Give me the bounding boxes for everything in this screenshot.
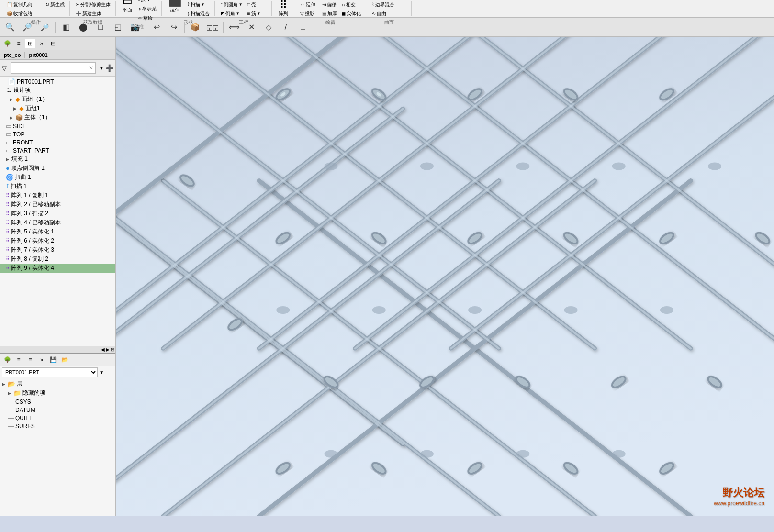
btn-panel-collapse[interactable]: ⊟ xyxy=(48,39,58,48)
btn-rib[interactable]: ≡ 筋 ▼ xyxy=(246,10,269,18)
shape-row: ⬛ 拉伸 ↻ 旋转 ⤴ 扫描 ▼ ⤵ 扫描混合 xyxy=(166,0,212,18)
btn-mirror-view[interactable]: ⟺ xyxy=(226,20,242,35)
bottom-model-select[interactable]: PRT0001.PRT xyxy=(2,367,98,377)
btn-round[interactable]: ◜ 倒圆角 ▼ xyxy=(219,0,245,9)
btn-shrink-wrap[interactable]: 📦 收缩包络 xyxy=(5,10,43,18)
btn-plane[interactable]: ▭ 平面 xyxy=(120,0,135,15)
tree-item-array1[interactable]: ⠿ 阵列 1 / 复制 1 xyxy=(0,191,115,200)
tree-item-array5[interactable]: ⠿ 阵列 5 / 实体化 1 xyxy=(0,227,115,236)
tree-item-twist1[interactable]: 🌀 扭曲 1 xyxy=(0,173,115,182)
col-header-1: ptc_co xyxy=(0,52,25,58)
watermark: 野火论坛 www.proewildfire.cn xyxy=(714,486,764,507)
btn-zoom-in[interactable]: 🔎 xyxy=(19,20,35,35)
layer-item-hidden[interactable]: ▶ 📁 隐藏的项 xyxy=(0,388,115,398)
btn-extend[interactable]: ↔ 延伸 xyxy=(298,0,319,9)
btn-shell[interactable]: □ 壳 xyxy=(246,0,269,9)
btn-bottom-list1[interactable]: ≡ xyxy=(13,355,24,365)
hscroll-expand[interactable]: ⊟ xyxy=(111,347,114,352)
tree-item-vertex-chamfer[interactable]: ● 顶点倒圆角 1 xyxy=(0,164,115,173)
layer-item-surfs[interactable]: — SURFS xyxy=(0,422,115,430)
btn-view-3d-box[interactable]: 📦 xyxy=(187,20,203,35)
btn-array[interactable]: ⠿ 阵列 xyxy=(276,0,291,19)
btn-zoom-out[interactable]: 🔎 xyxy=(36,20,53,35)
btn-view-iso[interactable]: ◱ xyxy=(110,20,126,35)
tree-item-array3[interactable]: ⠿ 阵列 3 / 扫描 2 xyxy=(0,209,115,218)
tree-item-face1[interactable]: ▶ ◆ 面组1 xyxy=(0,104,115,113)
btn-sweep[interactable]: ⤴ 扫描 ▼ xyxy=(185,0,212,9)
btn-undo-view[interactable]: ↩ xyxy=(148,20,165,35)
btn-sweep-blend[interactable]: ⤵ 扫描混合 xyxy=(185,10,212,18)
search-bar: ✕ xyxy=(11,62,96,74)
tree-item-array2[interactable]: ⠿ 阵列 2 / 已移动副本 xyxy=(0,200,115,209)
bottom-select-arrow[interactable]: ▼ xyxy=(99,370,104,375)
layer-item-csys[interactable]: — CSYS xyxy=(0,398,115,406)
left-panel-bottom: 🌳 ≡ ≡ » 💾 📂 PRT0001.PRT ▼ ▶ 📂 xyxy=(0,354,115,516)
btn-copy-geometry[interactable]: 📋 复制几何 xyxy=(5,0,43,9)
btn-new-body[interactable]: ➕ 新建主体 xyxy=(74,10,112,18)
btn-bottom-save[interactable]: 💾 xyxy=(48,355,58,365)
filter-add[interactable]: ➕ xyxy=(105,64,113,72)
btn-point[interactable]: • 点 ▼ xyxy=(136,0,158,4)
tree-item-top[interactable]: ▭ TOP xyxy=(0,130,115,138)
btn-new-generate[interactable]: ↻ 新生成 xyxy=(44,0,67,9)
btn-bottom-load[interactable]: 📂 xyxy=(59,355,70,365)
tree-item-fill1[interactable]: ▶ 填充 1 xyxy=(0,155,115,164)
btn-view-split[interactable]: ◱◲ xyxy=(204,20,221,35)
hscroll-right[interactable]: ▶ xyxy=(106,347,110,352)
toolbar-section-datum: ▭ 平面 ⊕ 轴 ▼ • 点 ▼ ⌖ 坐标系 ✏ 草绘 基准 xyxy=(117,1,162,16)
btn-panel-list1[interactable]: ≡ xyxy=(13,39,24,48)
layer-item-quilt[interactable]: — QUILT xyxy=(0,414,115,422)
tree-item-design[interactable]: 🗂 设计项 xyxy=(0,86,115,95)
tree-item-array9[interactable]: ⠿ 阵列 9 / 实体化 4 xyxy=(0,264,115,273)
btn-panel-expand[interactable]: » xyxy=(36,39,47,48)
tree-item-array6[interactable]: ⠿ 阵列 6 / 实体化 2 xyxy=(0,236,115,245)
hscroll-left[interactable]: ◀ xyxy=(101,347,105,352)
btn-bottom-list2[interactable]: ≡ xyxy=(25,355,35,365)
btn-free[interactable]: ∿ 自由 xyxy=(370,10,408,18)
viewport[interactable]: .wire { stroke: #98a8b8; stroke-width: 9… xyxy=(116,37,774,516)
btn-solidify[interactable]: ◼ 实体化 xyxy=(340,10,363,18)
tree-item-root[interactable]: 📄 PRT0001.PRT xyxy=(0,78,115,86)
layer-item-datum[interactable]: — DATUM xyxy=(0,406,115,414)
btn-chamfer[interactable]: ◤ 倒角 ▼ xyxy=(219,10,245,18)
btn-zoom-fit[interactable]: 🔍 xyxy=(2,20,18,35)
filter-expand[interactable]: ▼ xyxy=(99,65,104,71)
btn-extrude[interactable]: ⬛ 拉伸 xyxy=(166,0,184,15)
btn-view-wireframe[interactable]: □ xyxy=(92,20,109,35)
main-area: 🌳 ≡ ⊞ » ⊟ ptc_co prt0001 ▽ ✕ ▼ ➕ xyxy=(0,37,774,516)
getdata-col: ⬡ 布尔运算 ✂ 分割/修剪主体 ➕ 新建主体 xyxy=(74,0,112,18)
btn-slash[interactable]: / xyxy=(278,20,294,35)
btn-view-shaded[interactable]: ⬤ xyxy=(75,20,91,35)
tree-item-side[interactable]: ▭ SIDE xyxy=(0,122,115,130)
tree-item-startpart[interactable]: ▭ START_PART xyxy=(0,146,115,155)
btn-bottom-expand[interactable]: » xyxy=(36,355,47,365)
tree-item-front[interactable]: ▭ FRONT xyxy=(0,138,115,146)
btn-thicken[interactable]: ▤ 加厚 xyxy=(320,10,339,18)
btn-camera[interactable]: 📷 xyxy=(127,20,143,35)
btn-diamond[interactable]: ◇ xyxy=(260,20,277,35)
layer-item-root[interactable]: ▶ 📂 层 xyxy=(0,379,115,388)
btn-offset[interactable]: ⇥ 偏移 xyxy=(320,0,339,9)
tree-item-array8[interactable]: ⠿ 阵列 8 / 复制 2 xyxy=(0,255,115,264)
search-input[interactable] xyxy=(13,65,88,71)
btn-project[interactable]: ▽ 投影 xyxy=(298,10,319,18)
tree-item-scan1[interactable]: ⤴ 扫描 1 xyxy=(0,182,115,191)
tree-item-body[interactable]: ▶ 📦 主体（1） xyxy=(0,113,115,122)
datum-row: ▭ 平面 ⊕ 轴 ▼ • 点 ▼ ⌖ 坐标系 ✏ 草绘 xyxy=(120,0,158,22)
btn-bottom-icon1[interactable]: 🌳 xyxy=(2,355,12,365)
btn-square[interactable]: □ xyxy=(295,20,311,35)
btn-redo-view[interactable]: ↪ xyxy=(166,20,182,35)
btn-view-2d[interactable]: ◧ xyxy=(58,20,74,35)
btn-panel-grid[interactable]: ⊞ xyxy=(25,39,35,48)
btn-coordinate[interactable]: ⌖ 坐标系 xyxy=(136,5,158,13)
btn-intersect[interactable]: ∩ 相交 xyxy=(340,0,363,9)
btn-boundary-blend[interactable]: ⌇ 边界混合 xyxy=(370,0,408,9)
btn-panel-icon1[interactable]: 🌳 xyxy=(2,39,12,48)
svg-point-91 xyxy=(468,306,482,314)
tree-item-array4[interactable]: ⠿ 阵列 4 / 已移动副本 xyxy=(0,218,115,227)
tree-item-array7[interactable]: ⠿ 阵列 7 / 实体化 3 xyxy=(0,245,115,255)
tree-item-facegroup[interactable]: ▶ ◆ 面组（1） xyxy=(0,95,115,104)
btn-split-trim[interactable]: ✂ 分割/修剪主体 xyxy=(74,0,112,9)
btn-close-view[interactable]: ✕ xyxy=(243,20,259,35)
svg-point-88 xyxy=(708,163,721,170)
